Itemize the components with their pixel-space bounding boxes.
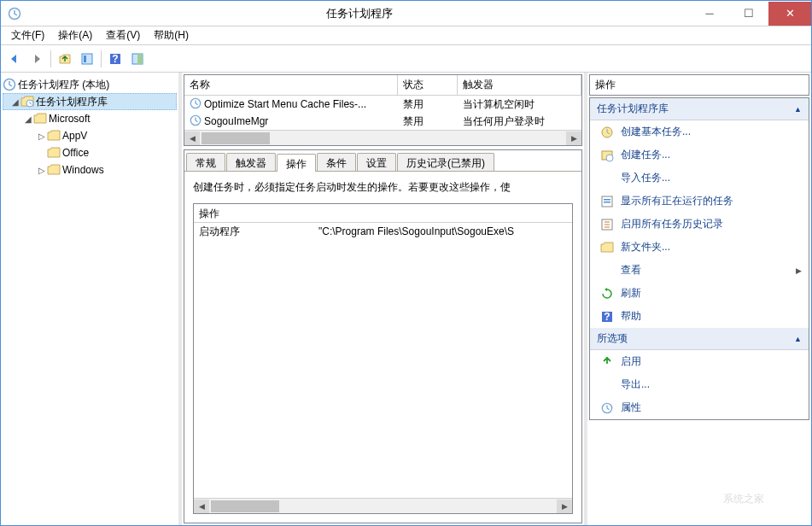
scroll-left-button[interactable]: ◀ [184, 132, 200, 145]
svg-text:?: ? [604, 311, 610, 323]
center-panel: 名称 状态 触发器 Optimize Start Menu Cache File… [182, 73, 587, 525]
action-type-cell: 启动程序 [194, 223, 313, 241]
svg-rect-15 [604, 199, 610, 201]
action-enable-history[interactable]: 启用所有任务历史记录 [590, 213, 809, 236]
task-name-cell: SogouImeMgr [184, 113, 398, 131]
scroll-thumb[interactable] [202, 132, 270, 144]
back-button[interactable] [4, 49, 25, 69]
expand-icon[interactable]: ◢ [23, 114, 33, 124]
minimize-button[interactable]: ─ [690, 2, 729, 26]
properties-icon [600, 401, 614, 415]
tree-root[interactable]: 任务计划程序 (本地) [3, 76, 177, 93]
task-list-body[interactable]: Optimize Start Menu Cache Files-... 禁用 当… [184, 96, 581, 130]
tree-panel[interactable]: 任务计划程序 (本地) ◢ 任务计划程序库 ◢ Microsoft ▷ AppV [1, 73, 182, 525]
action-import-task[interactable]: 导入任务... [590, 167, 809, 190]
action-new-folder[interactable]: 新文件夹... [590, 236, 809, 259]
menu-view[interactable]: 查看(V) [99, 26, 147, 44]
col-status[interactable]: 状态 [398, 75, 458, 95]
tree-windows[interactable]: ▷ Windows [3, 161, 177, 178]
menu-help[interactable]: 帮助(H) [147, 26, 196, 44]
action-export[interactable]: 导出... [590, 373, 809, 396]
app-icon [8, 7, 21, 20]
svg-rect-16 [604, 202, 610, 203]
titlebar[interactable]: 任务计划程序 ─ ☐ ✕ [1, 1, 811, 26]
menu-file[interactable]: 文件(F) [4, 26, 51, 44]
action-create-task[interactable]: 创建任务... [590, 143, 809, 167]
scroll-right-button[interactable]: ▶ [557, 500, 572, 513]
actions-panel: 操作 任务计划程序库 ▲ 创建基本任务... 创建任务... 导入任务... [587, 73, 811, 525]
close-button[interactable]: ✕ [768, 2, 811, 26]
tree-office[interactable]: Office [3, 144, 177, 161]
tabs: 常规 触发器 操作 条件 设置 历史记录(已禁用) [184, 150, 581, 171]
scroll-thumb[interactable] [211, 500, 279, 512]
expand-icon[interactable]: ▷ [37, 166, 47, 175]
folder-icon [47, 146, 61, 160]
clock-icon [3, 78, 16, 91]
actions-table-body[interactable]: 启动程序 "C:\Program Files\SogouInput\SogouE… [194, 223, 572, 498]
forward-button[interactable] [26, 49, 47, 69]
horizontal-scrollbar[interactable]: ◀ ▶ [184, 130, 581, 145]
menubar: 文件(F) 操作(A) 查看(V) 帮助(H) [1, 26, 811, 45]
tab-history[interactable]: 历史记录(已禁用) [397, 153, 494, 171]
toolbar: ? [1, 45, 811, 73]
action-enable[interactable]: 启用 [590, 350, 809, 373]
actions-table-header[interactable]: 操作 [194, 204, 572, 223]
toolbar-separator [101, 50, 102, 67]
tree-library[interactable]: ◢ 任务计划程序库 [3, 93, 177, 110]
task-icon [600, 149, 614, 162]
task-row[interactable]: Optimize Start Menu Cache Files-... 禁用 当… [184, 96, 581, 113]
tab-description: 创建任务时，必须指定任务启动时发生的操作。若要更改这些操作，使 [193, 180, 573, 195]
folder-clock-icon [20, 95, 34, 108]
task-name-cell: Optimize Start Menu Cache Files-... [184, 96, 398, 114]
col-trigger[interactable]: 触发器 [458, 75, 581, 95]
export-icon [600, 378, 614, 392]
horizontal-scrollbar[interactable]: ◀ ▶ [194, 498, 572, 513]
actions-table: 操作 启动程序 "C:\Program Files\SogouInput\Sog… [193, 203, 573, 514]
folder-icon [33, 112, 47, 126]
maximize-button[interactable]: ☐ [729, 2, 768, 26]
actions-section-library[interactable]: 任务计划程序库 ▲ [590, 98, 809, 120]
tab-general[interactable]: 常规 [186, 153, 225, 171]
expand-icon[interactable]: ◢ [10, 97, 20, 107]
properties-button[interactable] [77, 49, 97, 69]
help-icon: ? [600, 310, 614, 324]
task-trigger-cell: 当计算机空闲时 [458, 96, 581, 114]
tab-settings[interactable]: 设置 [357, 153, 396, 171]
tree-label: Office [62, 147, 89, 159]
tree-label: Microsoft [49, 113, 91, 125]
tab-conditions[interactable]: 条件 [317, 153, 356, 171]
action-help[interactable]: ? 帮助 [590, 305, 809, 328]
pane-button[interactable] [127, 49, 148, 69]
tree-label: AppV [62, 130, 87, 142]
task-row[interactable]: SogouImeMgr 禁用 当任何用户登录时 [184, 113, 581, 130]
tree-appv[interactable]: ▷ AppV [3, 127, 177, 144]
tree-microsoft[interactable]: ◢ Microsoft [3, 110, 177, 127]
action-properties[interactable]: 属性 [590, 396, 809, 419]
menu-action[interactable]: 操作(A) [51, 26, 99, 44]
folder-icon [47, 129, 61, 143]
expand-icon[interactable]: ▷ [37, 132, 47, 141]
col-name[interactable]: 名称 [184, 75, 398, 95]
help-button[interactable]: ? [105, 49, 126, 69]
import-icon [600, 172, 614, 185]
submenu-arrow-icon: ▶ [796, 266, 802, 275]
enable-icon [600, 355, 614, 369]
scroll-right-button[interactable]: ▶ [566, 132, 581, 145]
tree-label: 任务计划程序库 [36, 95, 108, 109]
tab-actions[interactable]: 操作 [277, 154, 316, 172]
action-create-basic-task[interactable]: 创建基本任务... [590, 120, 809, 143]
toolbar-separator [50, 50, 51, 67]
blank-icon [600, 264, 614, 278]
action-show-running[interactable]: 显示所有正在运行的任务 [590, 190, 809, 213]
scroll-left-button[interactable]: ◀ [194, 500, 209, 513]
task-trigger-cell: 当任何用户登录时 [458, 113, 581, 131]
action-refresh[interactable]: 刷新 [590, 282, 809, 305]
svg-rect-1 [82, 54, 92, 64]
actions-section-selected[interactable]: 所选项 ▲ [590, 328, 809, 350]
up-folder-button[interactable] [55, 49, 75, 69]
action-row[interactable]: 启动程序 "C:\Program Files\SogouInput\SogouE… [194, 223, 572, 240]
wizard-icon [600, 126, 614, 139]
action-view[interactable]: 查看 ▶ [590, 259, 809, 282]
tab-content: 创建任务时，必须指定任务启动时发生的操作。若要更改这些操作，使 操作 启动程序 … [184, 171, 581, 523]
tab-triggers[interactable]: 触发器 [226, 153, 276, 171]
